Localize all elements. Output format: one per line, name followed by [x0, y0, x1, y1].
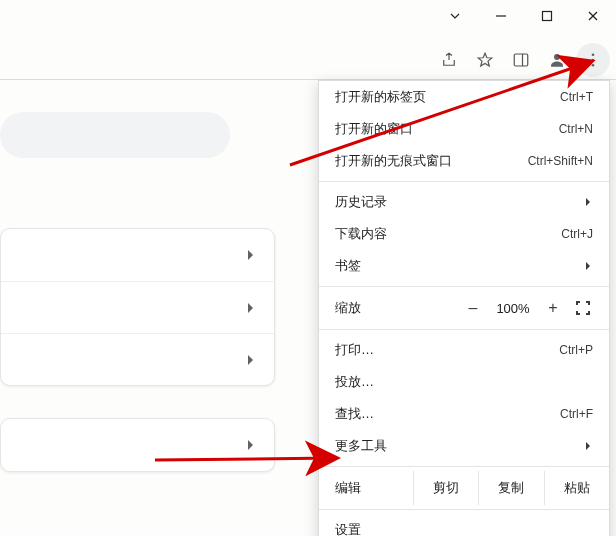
svg-marker-4 — [478, 53, 492, 66]
menu-edit-row: 编辑 剪切 复制 粘贴 — [319, 471, 609, 505]
chevron-right-icon — [585, 259, 593, 274]
chrome-main-menu: 打开新的标签页 Ctrl+T 打开新的窗口 Ctrl+N 打开新的无痕式窗口 C… — [318, 80, 610, 536]
card-row[interactable] — [1, 333, 274, 385]
svg-marker-12 — [248, 303, 253, 313]
svg-point-9 — [592, 58, 595, 61]
fullscreen-icon[interactable] — [569, 301, 597, 315]
star-icon[interactable] — [468, 43, 502, 77]
card-a — [0, 228, 275, 386]
svg-point-7 — [554, 54, 560, 60]
edit-cut-button[interactable]: 剪切 — [413, 471, 478, 505]
menu-label: 查找… — [335, 405, 374, 423]
chevron-right-icon — [585, 439, 593, 454]
minimize-button[interactable] — [478, 0, 524, 32]
menu-cast[interactable]: 投放… — [319, 366, 609, 398]
search-pill — [0, 112, 230, 158]
menu-shortcut: Ctrl+T — [560, 90, 593, 104]
maximize-button[interactable] — [524, 0, 570, 32]
menu-shortcut: Ctrl+F — [560, 407, 593, 421]
menu-downloads[interactable]: 下载内容 Ctrl+J — [319, 218, 609, 250]
menu-bookmarks[interactable]: 书签 — [319, 250, 609, 282]
menu-shortcut: Ctrl+N — [559, 122, 593, 136]
edit-copy-button[interactable]: 复制 — [478, 471, 543, 505]
background-content — [0, 112, 280, 472]
side-panel-icon[interactable] — [504, 43, 538, 77]
share-icon[interactable] — [432, 43, 466, 77]
svg-marker-11 — [248, 250, 253, 260]
svg-rect-1 — [543, 12, 552, 21]
svg-marker-13 — [248, 355, 253, 365]
menu-zoom: 缩放 – 100% + — [319, 291, 609, 325]
menu-label: 打开新的标签页 — [335, 88, 426, 106]
window-controls — [432, 0, 616, 32]
card-row[interactable] — [1, 419, 274, 471]
menu-shortcut: Ctrl+Shift+N — [528, 154, 593, 168]
kebab-menu-button[interactable] — [576, 43, 610, 77]
menu-new-incognito[interactable]: 打开新的无痕式窗口 Ctrl+Shift+N — [319, 145, 609, 177]
menu-shortcut: Ctrl+P — [559, 343, 593, 357]
edit-paste-button[interactable]: 粘贴 — [544, 471, 609, 505]
svg-marker-17 — [586, 442, 590, 450]
svg-rect-5 — [514, 54, 528, 66]
menu-label: 历史记录 — [335, 193, 387, 211]
svg-point-10 — [592, 63, 595, 66]
menu-label: 设置 — [335, 521, 361, 536]
zoom-out-button[interactable]: – — [457, 299, 489, 317]
menu-label: 更多工具 — [335, 437, 387, 455]
card-row[interactable] — [1, 229, 274, 281]
close-button[interactable] — [570, 0, 616, 32]
edit-label: 编辑 — [335, 479, 413, 497]
menu-settings[interactable]: 设置 — [319, 514, 609, 536]
zoom-in-button[interactable]: + — [537, 299, 569, 317]
svg-marker-16 — [586, 262, 590, 270]
menu-more-tools[interactable]: 更多工具 — [319, 430, 609, 462]
menu-label: 打印… — [335, 341, 374, 359]
chevron-right-icon — [585, 195, 593, 210]
svg-marker-15 — [586, 198, 590, 206]
menu-print[interactable]: 打印… Ctrl+P — [319, 334, 609, 366]
menu-separator — [319, 286, 609, 287]
browser-toolbar — [0, 40, 616, 80]
menu-label: 下载内容 — [335, 225, 387, 243]
menu-new-tab[interactable]: 打开新的标签页 Ctrl+T — [319, 81, 609, 113]
menu-shortcut: Ctrl+J — [561, 227, 593, 241]
menu-new-window[interactable]: 打开新的窗口 Ctrl+N — [319, 113, 609, 145]
menu-separator — [319, 466, 609, 467]
menu-label: 书签 — [335, 257, 361, 275]
zoom-label: 缩放 — [335, 299, 405, 317]
menu-label: 投放… — [335, 373, 374, 391]
menu-label: 打开新的无痕式窗口 — [335, 152, 452, 170]
svg-marker-14 — [248, 440, 253, 450]
tab-chevron-icon[interactable] — [432, 0, 478, 32]
menu-label: 打开新的窗口 — [335, 120, 413, 138]
menu-separator — [319, 181, 609, 182]
zoom-value: 100% — [489, 301, 537, 316]
menu-separator — [319, 509, 609, 510]
card-b — [0, 418, 275, 472]
menu-separator — [319, 329, 609, 330]
card-row[interactable] — [1, 281, 274, 333]
svg-point-8 — [592, 53, 595, 56]
menu-history[interactable]: 历史记录 — [319, 186, 609, 218]
profile-icon[interactable] — [540, 43, 574, 77]
menu-find[interactable]: 查找… Ctrl+F — [319, 398, 609, 430]
